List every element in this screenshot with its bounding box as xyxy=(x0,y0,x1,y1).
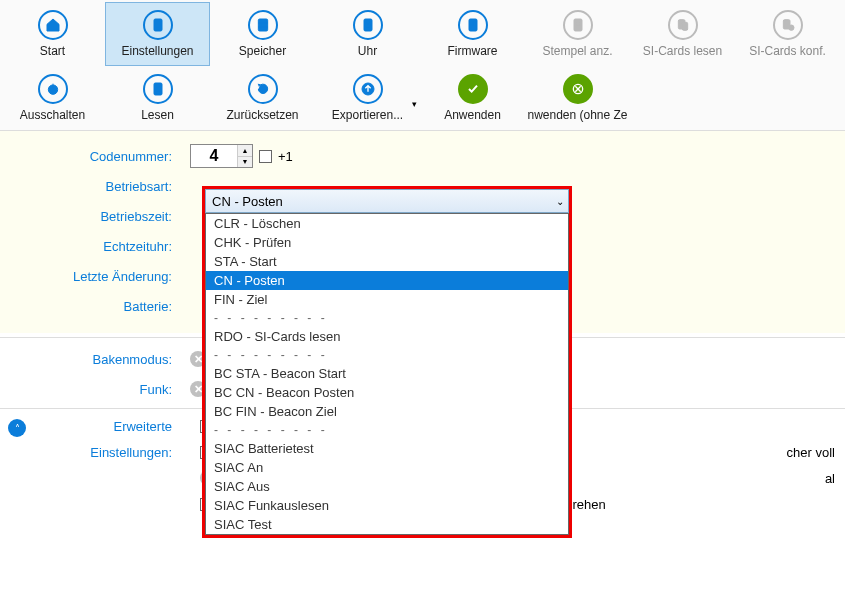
svg-rect-12 xyxy=(682,22,687,30)
toolbar-stamps-label: Stempel anz. xyxy=(542,44,612,58)
codenummer-spinner[interactable]: ▲ ▼ xyxy=(190,144,253,168)
svg-rect-2 xyxy=(258,19,267,31)
toolbar-apply[interactable]: Anwenden xyxy=(420,66,525,130)
toolbar-export-label: Exportieren... xyxy=(332,108,403,122)
combo-option[interactable]: SIAC An xyxy=(206,458,568,477)
storage-icon xyxy=(248,10,278,40)
toolbar-read-label: Lesen xyxy=(141,108,174,122)
funk-label: Funk: xyxy=(10,382,190,397)
toolbar-storage[interactable]: Speicher xyxy=(210,2,315,66)
toolbar-apply-noze-label: nwenden (ohne Ze xyxy=(527,108,627,122)
combo-option[interactable]: SIAC Test xyxy=(206,515,568,534)
combo-separator: - - - - - - - - - xyxy=(206,421,568,439)
reset-icon xyxy=(248,74,278,104)
toolbar-firmware[interactable]: Firmware xyxy=(420,2,525,66)
collapse-toggle[interactable]: ˄ xyxy=(8,419,26,437)
toolbar-stamps: Stempel anz. xyxy=(525,2,630,66)
toolbar-sicards-read-label: SI-Cards lesen xyxy=(643,44,722,58)
toolbar-poweroff[interactable]: Ausschalten xyxy=(0,66,105,130)
combo-separator: - - - - - - - - - xyxy=(206,309,568,327)
toolbar-reset[interactable]: Zurücksetzen xyxy=(210,66,315,130)
bakenmodus-label: Bakenmodus: xyxy=(10,352,190,367)
betriebsart-dropdown-list[interactable]: CLR - LöschenCHK - PrüfenSTA - StartCN -… xyxy=(205,213,569,535)
combo-option[interactable]: STA - Start xyxy=(206,252,568,271)
toolbar-clock[interactable]: Uhr xyxy=(315,2,420,66)
combo-option[interactable]: CN - Posten xyxy=(206,271,568,290)
toolbar-settings-label: Einstellungen xyxy=(121,44,193,58)
combo-option[interactable]: CLR - Löschen xyxy=(206,214,568,233)
main-toolbar: StartEinstellungenSpeicherUhrFirmwareSte… xyxy=(0,0,845,131)
combo-option[interactable]: BC STA - Beacon Start xyxy=(206,364,568,383)
card-icon xyxy=(143,74,173,104)
combo-option[interactable]: BC FIN - Beacon Ziel xyxy=(206,402,568,421)
letzte-aenderung-label: Letzte Änderung: xyxy=(10,269,190,284)
toolbar-storage-label: Speicher xyxy=(239,44,286,58)
toolbar-sicards-read: SI-Cards lesen xyxy=(630,2,735,66)
advanced-label-1: Erweiterte xyxy=(113,419,172,434)
download-icon xyxy=(458,10,488,40)
card-icon xyxy=(143,10,173,40)
toolbar-clock-label: Uhr xyxy=(358,44,377,58)
combo-option[interactable]: SIAC Batterietest xyxy=(206,439,568,458)
adv-right-4: al xyxy=(825,471,835,486)
svg-point-1 xyxy=(156,27,159,30)
betriebsart-selected-value: CN - Posten xyxy=(212,194,283,209)
toolbar-poweroff-label: Ausschalten xyxy=(20,108,85,122)
toolbar-reset-label: Zurücksetzen xyxy=(226,108,298,122)
betriebszeit-label: Betriebszeit: xyxy=(10,209,190,224)
spinner-down[interactable]: ▼ xyxy=(238,157,252,168)
adv-right-3: cher voll xyxy=(787,445,835,460)
svg-point-14 xyxy=(788,25,793,30)
codenummer-input[interactable] xyxy=(191,145,237,167)
toolbar-read[interactable]: Lesen xyxy=(105,66,210,130)
betriebsart-combo: CN - Posten ⌄ CLR - LöschenCHK - PrüfenS… xyxy=(202,186,572,538)
cardconf-icon xyxy=(773,10,803,40)
svg-point-10 xyxy=(576,22,580,26)
combo-option[interactable]: SIAC Funkauslesen xyxy=(206,496,568,515)
toolbar-firmware-label: Firmware xyxy=(448,44,498,58)
combo-option[interactable]: SIAC Aus xyxy=(206,477,568,496)
clockx-icon xyxy=(563,74,593,104)
svg-point-18 xyxy=(156,91,159,94)
plus1-label: +1 xyxy=(278,149,293,164)
cardread-icon xyxy=(668,10,698,40)
combo-option[interactable]: RDO - SI-Cards lesen xyxy=(206,327,568,346)
toolbar-apply-label: Anwenden xyxy=(444,108,501,122)
toolbar-export[interactable]: Exportieren...▾ xyxy=(315,66,420,130)
caret-down-icon: ▾ xyxy=(412,99,417,109)
power-icon xyxy=(38,74,68,104)
export-icon xyxy=(353,74,383,104)
betriebsart-label: Betriebsart: xyxy=(10,179,190,194)
combo-separator: - - - - - - - - - xyxy=(206,346,568,364)
batterie-label: Batterie: xyxy=(10,299,190,314)
chevron-down-icon: ⌄ xyxy=(556,196,564,207)
stamp-icon xyxy=(563,10,593,40)
toolbar-start[interactable]: Start xyxy=(0,2,105,66)
codenummer-label: Codenummer: xyxy=(10,149,190,164)
combo-option[interactable]: BC CN - Beacon Posten xyxy=(206,383,568,402)
check-icon xyxy=(458,74,488,104)
combo-option[interactable]: FIN - Ziel xyxy=(206,290,568,309)
betriebsart-select[interactable]: CN - Posten ⌄ xyxy=(205,189,569,213)
toolbar-settings[interactable]: Einstellungen xyxy=(105,2,210,66)
toolbar-start-label: Start xyxy=(40,44,65,58)
plus1-checkbox[interactable] xyxy=(259,150,272,163)
home-icon xyxy=(38,10,68,40)
toolbar-apply-noze[interactable]: nwenden (ohne Ze xyxy=(525,66,630,130)
advanced-label-2: Einstellungen: xyxy=(90,445,172,460)
toolbar-sicards-conf-label: SI-Cards konf. xyxy=(749,44,826,58)
spinner-up[interactable]: ▲ xyxy=(238,145,252,157)
combo-option[interactable]: CHK - Prüfen xyxy=(206,233,568,252)
clockcard-icon xyxy=(353,10,383,40)
echtzeituhr-label: Echtzeituhr: xyxy=(10,239,190,254)
toolbar-sicards-conf: SI-Cards konf. xyxy=(735,2,840,66)
